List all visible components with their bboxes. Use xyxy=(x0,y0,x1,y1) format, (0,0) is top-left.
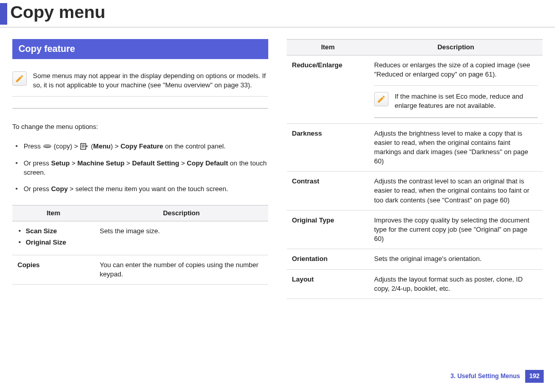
page-title: Copy menu xyxy=(10,0,105,25)
th-desc: Description xyxy=(95,206,268,221)
table-row-desc: Reduces or enlarges the size of a copied… xyxy=(369,55,543,123)
footer-page-number: 192 xyxy=(525,370,544,383)
copy-icon xyxy=(43,143,52,150)
step-3: Or press Copy > select the menu item you… xyxy=(12,184,268,194)
th-item: Item xyxy=(287,39,369,55)
table-row-item: Orientation xyxy=(287,249,369,269)
page-footer: 3. Useful Setting Menus 192 xyxy=(451,370,544,383)
pencil-note-icon xyxy=(12,71,27,86)
footer-chapter: 3. Useful Setting Menus xyxy=(451,372,520,381)
table-row-desc: Sets the image size. xyxy=(95,221,268,255)
pencil-note-icon xyxy=(374,92,388,106)
section-heading: Copy feature xyxy=(12,39,268,59)
table-row-desc: Adjusts the brightness level to make a c… xyxy=(369,123,543,172)
table-row-desc: You can enter the number of copies using… xyxy=(95,255,268,284)
steps-list: Press (copy) > (Menu) > Copy Feature on … xyxy=(12,142,268,194)
menu-icon xyxy=(80,143,89,150)
title-accent xyxy=(0,3,7,25)
table-row-item: Reduce/Enlarge xyxy=(287,55,369,123)
table-row-item: Contrast xyxy=(287,172,369,211)
svg-rect-3 xyxy=(81,144,86,150)
th-item: Item xyxy=(12,206,95,221)
table-row-desc: Sets the original image's orientation. xyxy=(369,249,543,269)
step-1: Press (copy) > (Menu) > Copy Feature on … xyxy=(12,142,268,151)
note-box: Some menus may not appear in the display… xyxy=(12,71,268,97)
note-text: If the machine is set Eco mode, reduce a… xyxy=(395,92,538,110)
table-row-item: Scan Size Original Size xyxy=(12,221,95,255)
note-text: Some menus may not appear in the display… xyxy=(33,71,268,90)
table-row-desc: Adjusts the layout format such as poster… xyxy=(369,269,543,298)
table-row-desc: Improves the copy quality by selecting t… xyxy=(369,210,543,249)
step-2: Or press Setup > Machine Setup > Default… xyxy=(12,159,268,177)
table-row-desc: Adjusts the contrast level to scan an or… xyxy=(369,172,543,211)
table-row-item: Original Type xyxy=(287,210,369,249)
th-desc: Description xyxy=(369,39,543,55)
svg-point-2 xyxy=(43,144,51,147)
right-table: Item Description Reduce/Enlarge Reduces … xyxy=(287,39,543,299)
left-table: Item Description Scan Size Original Size… xyxy=(12,205,268,285)
intro-text: To change the menu options: xyxy=(12,122,268,132)
table-row-item: Copies xyxy=(12,255,95,284)
table-row-item: Layout xyxy=(287,269,369,298)
table-row-item: Darkness xyxy=(287,123,369,172)
